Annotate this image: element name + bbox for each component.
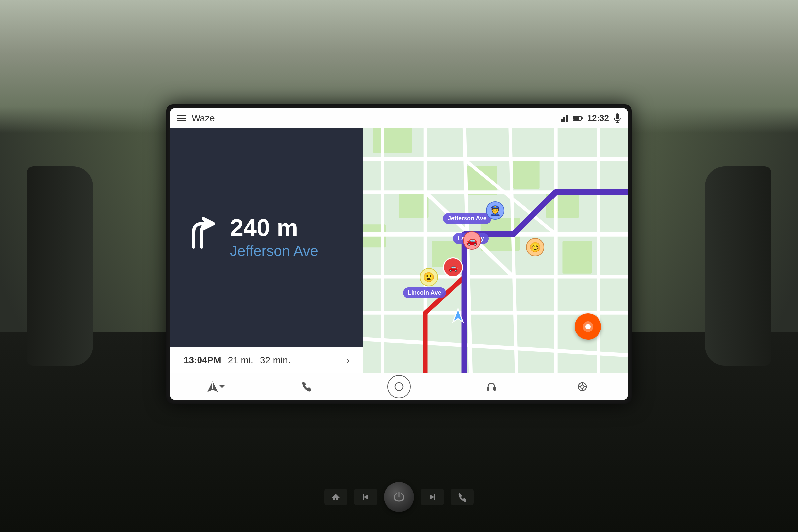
turn-arrow-icon [184, 217, 220, 258]
phone-physical-button[interactable] [451, 489, 474, 506]
home-physical-button[interactable] [324, 489, 347, 506]
signal-icon [560, 115, 568, 122]
status-left: Waze [177, 113, 215, 124]
physical-controls [324, 482, 474, 512]
phone-app-button[interactable] [297, 377, 317, 397]
audio-app-button[interactable] [481, 377, 501, 397]
svg-rect-18 [562, 241, 591, 274]
app-title: Waze [191, 113, 215, 124]
jefferson-ave-label: Jefferson Ave [443, 213, 491, 224]
svg-rect-4 [573, 117, 579, 120]
nav-info: 240 m Jefferson Ave [230, 216, 318, 260]
main-screen: Waze 12:32 [170, 108, 628, 400]
navigation-app-button[interactable] [206, 377, 226, 397]
svg-marker-39 [220, 385, 225, 388]
svg-rect-53 [434, 494, 435, 500]
prev-physical-button[interactable] [354, 489, 377, 506]
svg-point-44 [581, 385, 584, 388]
svg-marker-1 [563, 117, 565, 122]
navigation-panel: 240 m Jefferson Ave 13:04PM 21 mi. 32 mi… [170, 128, 363, 373]
nav-bottom-bar[interactable]: 13:04PM 21 mi. 32 min. › [170, 347, 363, 373]
user-avatar-3: 😊 [526, 238, 544, 256]
svg-marker-2 [566, 115, 568, 122]
app-bar [170, 373, 628, 400]
hazard-marker: 🚗 [443, 258, 463, 277]
battery-icon [573, 116, 583, 121]
menu-button[interactable] [177, 115, 186, 121]
svg-rect-10 [373, 128, 412, 153]
status-bar: Waze 12:32 [170, 108, 628, 128]
destination-pin[interactable] [574, 313, 601, 340]
svg-rect-16 [513, 159, 540, 189]
svg-marker-50 [364, 494, 368, 500]
power-physical-button[interactable] [384, 482, 414, 512]
user-avatar-1: 🚗 [463, 231, 481, 250]
next-physical-button[interactable] [421, 489, 444, 506]
street-name-display: Jefferson Ave [230, 242, 318, 260]
svg-rect-42 [493, 387, 496, 391]
trip-miles: 21 mi. [228, 355, 253, 366]
home-app-button[interactable] [387, 375, 411, 398]
nav-direction-area: 240 m Jefferson Ave [170, 128, 363, 347]
trip-minutes: 32 min. [260, 355, 291, 366]
nav-chevron-icon[interactable]: › [346, 354, 350, 366]
microphone-icon[interactable] [614, 113, 621, 124]
recent-app-button[interactable] [572, 377, 592, 397]
svg-rect-51 [363, 494, 364, 500]
svg-point-40 [395, 383, 403, 391]
svg-marker-0 [560, 119, 563, 122]
car-interior: Waze 12:32 [0, 0, 798, 532]
svg-point-35 [585, 324, 590, 329]
clock-display: 12:32 [587, 113, 609, 124]
eta-display: 13:04PM [184, 355, 222, 366]
distance-display: 240 m [230, 216, 318, 240]
right-vent [705, 166, 772, 366]
screen-container: Waze 12:32 [166, 104, 632, 404]
lincoln-ave-label: Lincoln Ave [403, 287, 446, 298]
svg-marker-49 [332, 494, 340, 500]
svg-rect-41 [487, 387, 490, 391]
left-vent [26, 166, 93, 366]
waze-mascot: 😮 [420, 268, 438, 286]
svg-marker-52 [430, 494, 434, 500]
svg-rect-6 [616, 113, 619, 119]
user-avatar-2: 👮 [486, 202, 505, 220]
status-right: 12:32 [560, 113, 622, 124]
current-position [450, 307, 501, 325]
svg-rect-5 [581, 117, 583, 119]
svg-marker-33 [453, 308, 463, 322]
